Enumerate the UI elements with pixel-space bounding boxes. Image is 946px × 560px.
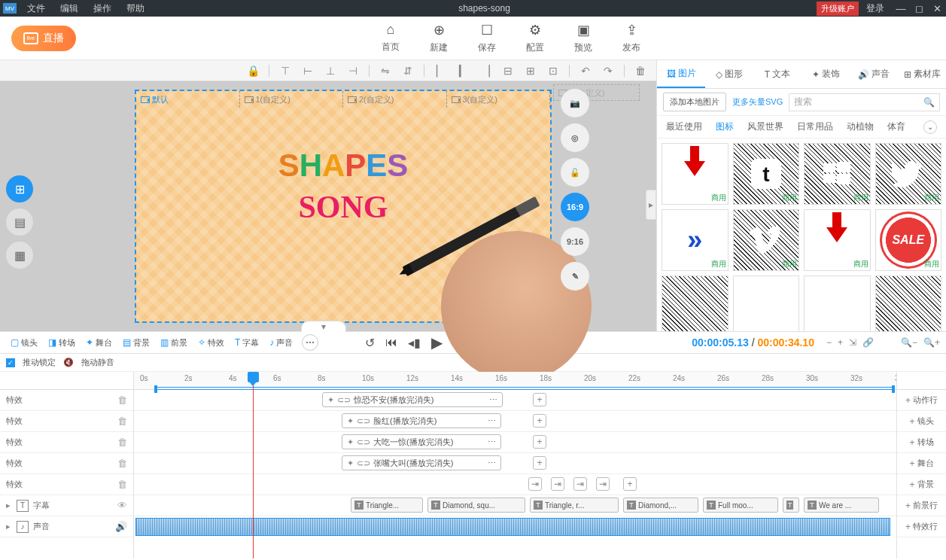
canvas[interactable]: 默认 1(自定义) 2(自定义) 3(自定义) SHAPES SONG — [135, 90, 552, 323]
tl-stage[interactable]: ✦舞台 — [81, 335, 117, 351]
align-top-icon[interactable]: ⊤ — [275, 63, 295, 78]
delete-icon[interactable]: 🗑 — [631, 63, 650, 78]
action-config[interactable]: ⚙配置 — [526, 22, 544, 54]
maximize-button[interactable]: ◻ — [910, 3, 928, 14]
align-left-icon[interactable]: ⊣ — [343, 63, 363, 78]
asset-item-11[interactable] — [804, 275, 871, 331]
add-clip-button[interactable]: + — [533, 393, 546, 406]
capture-tool[interactable]: 📷 — [561, 89, 589, 117]
distribute-h-icon[interactable]: ⊟ — [498, 63, 518, 78]
tl-effects[interactable]: ✧特效 — [193, 335, 229, 351]
add-local-image-button[interactable]: 添加本地图片 — [663, 93, 726, 111]
trash-icon[interactable]: 🗑 — [117, 479, 127, 490]
cat-daily[interactable]: 日常用品 — [797, 120, 833, 133]
restart-icon[interactable]: ↺ — [365, 336, 375, 350]
speaker-icon[interactable]: 🔊 — [115, 521, 127, 532]
expand-icon[interactable]: ▸ — [6, 501, 11, 510]
film-tool[interactable]: ▤ — [6, 208, 33, 236]
tab-text[interactable]: T文本 — [753, 60, 802, 88]
grid-tool[interactable]: ⊞ — [6, 175, 33, 202]
subtitle-clip[interactable]: T — [783, 498, 799, 513]
minimize-button[interactable]: — — [892, 3, 910, 14]
track-row-2[interactable]: +✦⊂⊃大吃一惊(播放完消失)⋯ — [134, 432, 896, 453]
tab-audio[interactable]: 🔊声音 — [850, 60, 898, 88]
add-clip-button[interactable]: + — [533, 456, 546, 470]
tab-library[interactable]: ⊞素材库 — [898, 60, 946, 88]
more-icon[interactable]: ⋯ — [485, 437, 496, 447]
target-tool[interactable]: ◎ — [561, 123, 589, 152]
add-action-row[interactable]: +动作行 — [897, 390, 946, 411]
audio-clip[interactable] — [135, 518, 890, 536]
mute-icon[interactable]: 🔇 — [63, 358, 74, 367]
trash-icon[interactable]: 🗑 — [117, 458, 127, 469]
search-input[interactable]: 搜索🔍 — [789, 93, 940, 111]
asset-double-arrow[interactable]: »商用 — [662, 209, 729, 271]
add-clip-button[interactable]: + — [533, 435, 546, 449]
undo-icon[interactable]: ↶ — [576, 63, 595, 78]
group-icon[interactable]: ⊡ — [543, 63, 563, 78]
step-back-icon[interactable]: ◂▮ — [408, 336, 421, 350]
prev-icon[interactable]: ⏮ — [385, 336, 397, 349]
add-effect-row[interactable]: +特效行 — [897, 516, 946, 537]
ratio-9-16[interactable]: 9:16 — [561, 227, 589, 256]
login-button[interactable]: 登录 — [859, 2, 892, 15]
asset-item-9[interactable] — [662, 275, 729, 331]
align-l-icon[interactable]: ▏ — [430, 63, 450, 78]
subtitle-clip[interactable]: TDiamond,... — [623, 498, 698, 513]
scene-tab-2[interactable]: 2(自定义) — [343, 91, 447, 108]
align-bottom-icon[interactable]: ⊥ — [321, 63, 340, 78]
eye-icon[interactable]: 👁 — [117, 500, 127, 511]
track-effect-2[interactable]: 特效🗑 — [0, 411, 133, 432]
close-button[interactable]: ✕ — [928, 3, 946, 14]
tl-foreground[interactable]: ▥前景 — [156, 335, 192, 351]
tl-camera[interactable]: ▢镜头 — [6, 335, 42, 351]
tl-transition[interactable]: ◨转场 — [44, 335, 80, 351]
timeline-tracks[interactable]: 0s2s4s6s8s10s12s14s16s18s20s22s24s26s28s… — [134, 372, 896, 558]
asset-item-12[interactable] — [875, 275, 942, 331]
asset-download-arrow-2[interactable]: 商用 — [804, 209, 871, 271]
action-home[interactable]: ⌂首页 — [382, 22, 400, 54]
tl-background[interactable]: ▤背景 — [118, 335, 154, 351]
subtitle-clip[interactable]: TTriangle... — [351, 498, 423, 513]
link-icon[interactable]: 🔗 — [862, 337, 874, 348]
push-lock-checkbox[interactable]: ✓ — [6, 358, 15, 367]
subtitle-clip[interactable]: TDiamond, squ... — [427, 498, 525, 513]
tl-more[interactable]: ⋯ — [302, 334, 318, 351]
cat-more[interactable]: ⌄ — [923, 120, 937, 134]
panel-expand-toggle[interactable]: ▸ — [646, 190, 656, 220]
effect-clip[interactable]: ✦⊂⊃惊恐不安(播放完消失)⋯ — [322, 392, 503, 407]
menu-help[interactable]: 帮助 — [119, 2, 152, 15]
align-c-icon[interactable]: ▎ — [453, 63, 473, 78]
tab-image[interactable]: 🖼图片 — [657, 60, 705, 88]
action-publish[interactable]: ⇪发布 — [622, 22, 640, 54]
add-camera-row[interactable]: +镜头 — [897, 411, 946, 432]
add-clip-button[interactable]: + — [623, 477, 637, 491]
subtitle-clip[interactable]: TWe are ... — [804, 498, 879, 513]
asset-item-10[interactable] — [733, 275, 800, 331]
collapse-toggle[interactable]: ▾ — [301, 321, 346, 332]
add-foreground-row[interactable]: +前景行 — [897, 495, 946, 516]
tl-sound[interactable]: ♪声音 — [265, 335, 297, 351]
track-effect-1[interactable]: 特效🗑 — [0, 390, 133, 411]
track-row-subtitle[interactable]: TTriangle...TDiamond, squ...TTriangle, r… — [134, 495, 896, 516]
align-vcenter-icon[interactable]: ⊢ — [298, 63, 318, 78]
subtitle-clip[interactable]: TTriangle, r... — [530, 498, 619, 513]
asset-tumblr[interactable]: t商用 — [733, 143, 800, 205]
effect-clip[interactable]: ✦⊂⊃脸红(播放完消失)⋯ — [342, 413, 501, 428]
marker-button[interactable]: ⇥ — [528, 477, 542, 491]
action-save[interactable]: ☐保存 — [478, 22, 496, 54]
add-stage-row[interactable]: +舞台 — [897, 453, 946, 474]
track-row-0[interactable]: +✦⊂⊃惊恐不安(播放完消失)⋯ — [134, 390, 896, 411]
more-icon[interactable]: ⋯ — [485, 416, 496, 426]
canvas-stage[interactable]: ⊞ ▤ ▦ 默认 1(自定义) 2(自定义) 3(自定义) SHAPES SON… — [0, 81, 656, 331]
more-icon[interactable]: ⋯ — [485, 458, 496, 468]
scene-tab-1[interactable]: 1(自定义) — [240, 91, 344, 108]
effect-clip[interactable]: ✦⊂⊃张嘴大叫(播放完消失)⋯ — [342, 455, 501, 470]
lock-icon[interactable]: 🔒 — [243, 63, 263, 78]
track-row-1[interactable]: +✦⊂⊃脸红(播放完消失)⋯ — [134, 411, 896, 432]
track-row-audio[interactable] — [134, 516, 896, 537]
live-button[interactable]: live 直播 — [11, 26, 76, 51]
cat-scenery[interactable]: 风景世界 — [747, 120, 783, 133]
tab-shape[interactable]: ◇图形 — [705, 60, 753, 88]
track-effect-3[interactable]: 特效🗑 — [0, 432, 133, 453]
